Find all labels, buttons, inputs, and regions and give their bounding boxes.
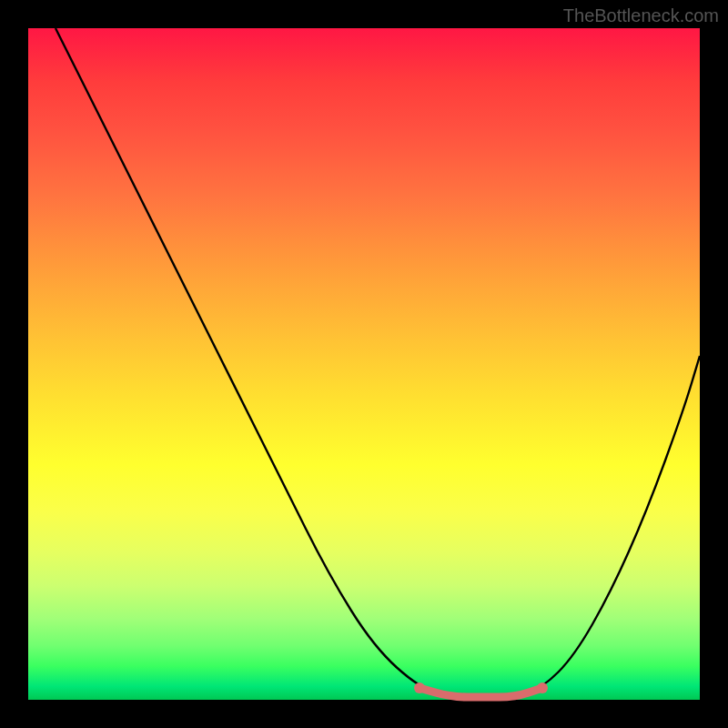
bottleneck-curve-svg: [28, 28, 700, 700]
watermark-text: TheBottleneck.com: [563, 5, 719, 26]
chart-container: TheBottleneck.com: [0, 0, 728, 728]
bottleneck-curve: [56, 28, 700, 697]
bottleneck-optimal-range: [420, 688, 542, 697]
optimal-range-end-dot: [537, 682, 548, 693]
optimal-range-start-dot: [414, 682, 425, 693]
